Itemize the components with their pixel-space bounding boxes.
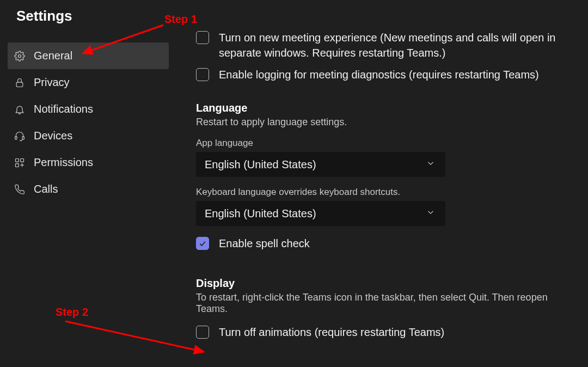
- option-label: Turn on new meeting experience (New meet…: [219, 30, 577, 60]
- sidebar: General Privacy Notifications Devices Pe…: [8, 42, 169, 203]
- sidebar-item-general[interactable]: General: [8, 42, 169, 69]
- option-new-meeting: Turn on new meeting experience (New meet…: [196, 30, 577, 60]
- bell-icon: [14, 104, 25, 115]
- apps-icon: [14, 157, 25, 168]
- sidebar-item-label: General: [34, 50, 72, 62]
- select-value: English (United States): [205, 207, 316, 220]
- section-language-heading: Language: [196, 102, 577, 114]
- svg-rect-6: [16, 163, 19, 167]
- svg-rect-1: [16, 82, 23, 87]
- chevron-down-icon: [426, 207, 436, 220]
- sidebar-item-label: Calls: [34, 183, 58, 195]
- page-title: Settings: [16, 8, 72, 25]
- select-value: English (United States): [205, 158, 316, 171]
- checkbox-spellcheck[interactable]: [196, 237, 209, 250]
- sidebar-item-permissions[interactable]: Permissions: [8, 149, 169, 176]
- sidebar-item-label: Notifications: [34, 103, 93, 115]
- headset-icon: [14, 131, 25, 142]
- option-spellcheck: Enable spell check: [196, 236, 577, 251]
- keyboard-language-label: Keyboard language overrides keyboard sho…: [196, 187, 577, 198]
- checkbox-new-meeting[interactable]: [196, 31, 209, 44]
- option-label: Turn off animations (requires restarting…: [219, 325, 444, 340]
- lock-icon: [14, 77, 25, 88]
- content-panel: Turn on new meeting experience (New meet…: [196, 30, 577, 346]
- sidebar-item-label: Permissions: [34, 156, 93, 169]
- sidebar-item-calls[interactable]: Calls: [8, 176, 169, 203]
- checkbox-turn-off-animations[interactable]: [196, 326, 209, 339]
- sidebar-item-devices[interactable]: Devices: [8, 123, 169, 149]
- svg-rect-5: [21, 158, 24, 162]
- svg-line-10: [65, 321, 204, 352]
- gear-icon: [14, 51, 25, 62]
- svg-point-0: [19, 54, 21, 57]
- sidebar-item-label: Devices: [34, 130, 72, 142]
- app-language-select[interactable]: English (United States): [196, 152, 445, 177]
- svg-rect-4: [16, 158, 19, 162]
- keyboard-language-select[interactable]: English (United States): [196, 201, 445, 226]
- app-language-label: App language: [196, 138, 577, 149]
- section-display-heading: Display: [196, 277, 577, 290]
- section-language-sub: Restart to apply language settings.: [196, 117, 577, 128]
- annotation-step2: Step 2: [56, 306, 88, 319]
- chevron-down-icon: [426, 158, 436, 171]
- option-logging: Enable logging for meeting diagnostics (…: [196, 67, 577, 82]
- section-display-sub: To restart, right-click the Teams icon i…: [196, 292, 577, 315]
- phone-icon: [14, 184, 25, 195]
- option-turn-off-animations: Turn off animations (requires restarting…: [196, 325, 577, 340]
- sidebar-item-privacy[interactable]: Privacy: [8, 69, 169, 96]
- annotation-step1: Step 1: [164, 13, 197, 26]
- option-label: Enable logging for meeting diagnostics (…: [219, 67, 539, 82]
- option-label: Enable spell check: [219, 236, 310, 251]
- sidebar-item-notifications[interactable]: Notifications: [8, 96, 169, 123]
- sidebar-item-label: Privacy: [34, 76, 70, 89]
- annotation-arrow-2: [61, 317, 213, 360]
- checkbox-logging[interactable]: [196, 68, 209, 81]
